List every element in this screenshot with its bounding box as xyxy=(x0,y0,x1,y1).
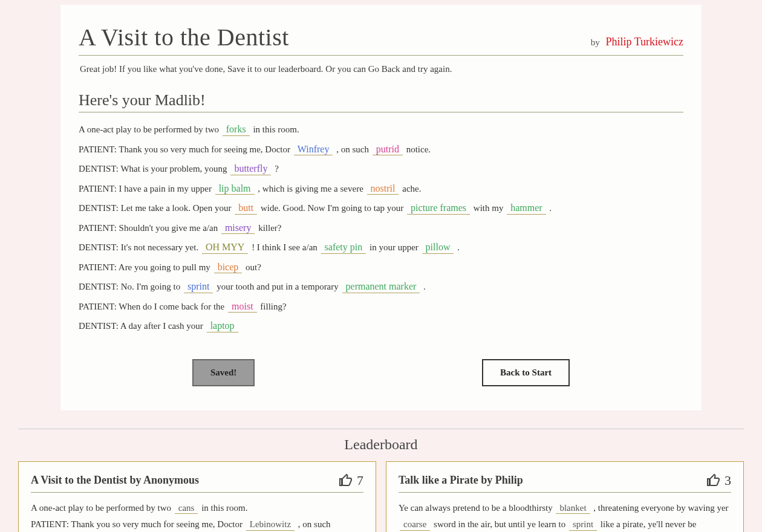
madlib-story: A one-act play to be performed by two fo… xyxy=(79,121,683,335)
story-text: with my xyxy=(474,203,506,213)
story-text: PATIENT: Are you going to pull my xyxy=(79,262,213,272)
blank-word: misery xyxy=(221,222,255,235)
story-text: , on such xyxy=(298,519,331,529)
story-text: ! I think I see a/an xyxy=(252,242,319,252)
story-text: killer? xyxy=(258,223,281,233)
story-text: PATIENT: I have a pain in my upper xyxy=(79,184,214,193)
story-text: PATIENT: Thank you so very much for seei… xyxy=(79,144,293,154)
leaderboard-card: Talk like a Pirate by Philip 3 Ye can al… xyxy=(386,461,744,533)
story-text: PATIENT: When do I come back for the xyxy=(79,302,227,311)
story-text: DENTIST: A day after I cash your xyxy=(79,321,206,331)
thumb-up-icon xyxy=(706,473,721,488)
story-text: . xyxy=(457,242,460,252)
story-text: in this room. xyxy=(253,125,299,134)
blank-word: Lebinowitz xyxy=(246,519,295,531)
blank-word: permanent marker xyxy=(342,281,420,293)
byline: by Philip Turkiewicz xyxy=(591,36,683,48)
leaderboard-story: A one-act play to be performed by two ca… xyxy=(31,500,363,533)
blank-word: butt xyxy=(235,203,257,215)
back-button[interactable]: Back to Start xyxy=(482,359,570,386)
like-counter[interactable]: 3 xyxy=(706,473,731,488)
story-text: wide. Good. Now I'm going to tap your xyxy=(261,203,406,213)
header: A Visit to the Dentist by Philip Turkiew… xyxy=(79,23,683,56)
leaderboard-heading: Leaderboard xyxy=(0,436,762,453)
blank-word: sprint xyxy=(569,519,597,531)
blank-word: safety pin xyxy=(321,242,366,254)
blank-word: sprint xyxy=(184,281,213,293)
divider xyxy=(18,429,744,429)
story-text: PATIENT: Shouldn't you give me a/an xyxy=(79,223,220,233)
story-text: in this room. xyxy=(201,503,247,513)
like-count: 7 xyxy=(357,473,363,488)
like-counter[interactable]: 7 xyxy=(339,473,363,488)
author-name: Philip Turkiewicz xyxy=(605,36,683,48)
story-text: . xyxy=(549,203,552,213)
blank-word: lip balm xyxy=(215,183,255,195)
blank-word: OH MYY xyxy=(202,242,248,254)
story-text: like a pirate, ye'll never be xyxy=(601,519,696,529)
instruction-text: Great job! If you like what you've done,… xyxy=(80,64,682,74)
like-count: 3 xyxy=(725,473,731,488)
blank-word: cans xyxy=(175,503,198,514)
story-text: DENTIST: Let me take a look. Open your xyxy=(79,203,233,213)
leaderboard: A Visit to the Dentist by Anonymous 7 A … xyxy=(0,461,762,533)
story-text: notice. xyxy=(406,144,431,154)
story-text: DENTIST: It's not necessary yet. xyxy=(79,242,201,252)
leaderboard-entry-title: Talk like a Pirate by Philip xyxy=(399,474,523,487)
leaderboard-card: A Visit to the Dentist by Anonymous 7 A … xyxy=(18,461,376,533)
story-text: . xyxy=(423,282,426,291)
blank-word: moist xyxy=(228,301,257,313)
blank-word: coarse xyxy=(400,519,430,531)
blank-word: laptop xyxy=(207,320,238,332)
story-text: , which is giving me a severe xyxy=(258,184,365,193)
story-text: Ye can always pretend to be a bloodthirs… xyxy=(399,503,555,513)
blank-word: bicep xyxy=(214,262,243,274)
main-card: A Visit to the Dentist by Philip Turkiew… xyxy=(60,5,702,410)
leaderboard-story: Ye can always pretend to be a bloodthirs… xyxy=(399,500,731,533)
blank-word: nostril xyxy=(367,183,399,195)
story-text: A one-act play to be performed by two xyxy=(31,503,174,513)
story-text: , on such xyxy=(336,144,371,154)
blank-word: butterfly xyxy=(230,163,271,175)
story-text: in your upper xyxy=(370,242,421,252)
blank-word: Winfrey xyxy=(294,144,333,156)
story-text: , threatening everyone by waving yer xyxy=(593,503,728,513)
blank-word: putrid xyxy=(373,144,403,156)
by-label: by xyxy=(591,37,600,47)
leaderboard-card-header: Talk like a Pirate by Philip 3 xyxy=(399,473,731,493)
story-text: filling? xyxy=(260,302,286,311)
story-text: A one-act play to be performed by two xyxy=(79,125,221,134)
story-text: DENTIST: No. I'm going to xyxy=(79,282,183,291)
thumb-up-icon xyxy=(339,473,353,488)
story-text: your tooth and put in a temporary xyxy=(217,282,340,291)
blank-word: picture frames xyxy=(407,203,470,215)
story-text: ache. xyxy=(402,184,421,193)
story-text: DENTIST: What is your problem, young xyxy=(79,164,229,174)
story-text: ? xyxy=(275,164,279,174)
story-text: PATIENT: Thank you so very much for seei… xyxy=(31,519,245,529)
story-text: sword in the air, but until ye learn to xyxy=(434,519,568,529)
button-row: Saved! Back to Start xyxy=(79,359,683,386)
blank-word: blanket xyxy=(556,503,590,514)
section-heading: Here's your Madlib! xyxy=(79,91,683,112)
saved-button[interactable]: Saved! xyxy=(192,359,255,386)
blank-word: pillow xyxy=(422,242,454,254)
page-title: A Visit to the Dentist xyxy=(79,23,289,51)
leaderboard-card-header: A Visit to the Dentist by Anonymous 7 xyxy=(31,473,363,493)
blank-word: forks xyxy=(223,124,250,136)
story-text: out? xyxy=(246,262,261,272)
blank-word: hammer xyxy=(507,203,545,215)
leaderboard-entry-title: A Visit to the Dentist by Anonymous xyxy=(31,474,199,487)
